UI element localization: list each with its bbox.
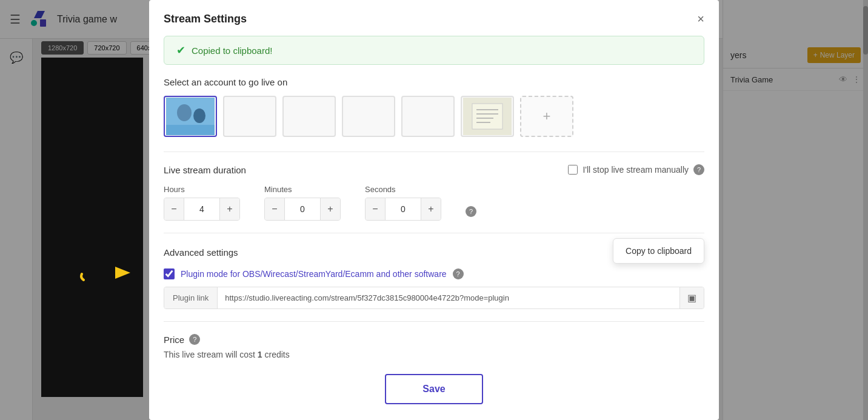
stream-settings-modal: Stream Settings × ✔ Copied to clipboard!…: [149, 0, 719, 420]
duration-title: Live stream duration: [164, 165, 246, 175]
seconds-increment-button[interactable]: +: [421, 198, 441, 220]
modal-title: Stream Settings: [164, 13, 247, 25]
seconds-spinner: − +: [365, 198, 441, 221]
plugin-help-icon[interactable]: ?: [453, 268, 464, 279]
minutes-spinner: − +: [264, 198, 341, 221]
minutes-label: Minutes: [264, 185, 341, 194]
seconds-field: Seconds − +: [365, 185, 441, 221]
plus-add-icon: +: [543, 108, 551, 124]
copy-to-clipboard-tooltip: Copy to clipboard: [613, 238, 704, 264]
minutes-field: Minutes − +: [264, 185, 341, 221]
duration-help: ?: [466, 206, 476, 217]
plugin-mode-checkbox[interactable]: [164, 268, 175, 279]
account-image-1: [166, 98, 215, 135]
plugin-link-row: Plugin link https://studio.livereacting.…: [164, 287, 704, 309]
seconds-label: Seconds: [365, 185, 441, 194]
divider-2: [164, 233, 704, 233]
svg-rect-6: [166, 125, 215, 135]
plugin-link-value: https://studio.livereacting.com/stream/5…: [218, 287, 679, 308]
plugin-mode-label[interactable]: Plugin mode for OBS/Wirecast/StreamYard/…: [181, 269, 447, 279]
manual-stop-help-icon[interactable]: ?: [693, 164, 704, 175]
account-thumb-1[interactable]: [164, 96, 217, 137]
svg-point-4: [177, 104, 192, 121]
arrow-annotation: [79, 261, 133, 287]
svg-rect-8: [472, 104, 502, 129]
toast-text: Copied to clipboard!: [192, 45, 272, 56]
svg-marker-13: [115, 267, 130, 279]
hours-decrement-button[interactable]: −: [164, 198, 184, 220]
plugin-mode-row: Plugin mode for OBS/Wirecast/StreamYard/…: [164, 268, 704, 279]
plugin-copy-button[interactable]: ▣: [679, 287, 704, 308]
minutes-decrement-button[interactable]: −: [265, 198, 284, 220]
seconds-decrement-button[interactable]: −: [366, 198, 385, 220]
price-section: Price ? This live stream will cost 1 cre…: [164, 334, 704, 359]
price-credits-unit: credits: [265, 350, 290, 359]
price-description: This live stream will cost 1 credits: [164, 350, 704, 359]
account-thumb-3[interactable]: [282, 96, 336, 137]
copy-tooltip-text: Copy to clipboard: [626, 246, 692, 256]
minutes-input[interactable]: [284, 198, 321, 220]
accounts-row: +: [164, 96, 704, 137]
duration-inputs: Hours − + Minutes − + Seconds − +: [164, 185, 704, 221]
account-thumb-4[interactable]: [342, 96, 395, 137]
svg-point-5: [193, 108, 205, 123]
account-image-6: [463, 98, 512, 135]
price-desc-text: This live stream will cost: [164, 350, 255, 359]
price-title: Price: [164, 335, 184, 345]
account-thumb-5[interactable]: [401, 96, 455, 137]
seconds-input[interactable]: [385, 198, 421, 220]
hours-spinner: − +: [164, 198, 240, 221]
arrow-svg: [79, 261, 133, 285]
hours-input[interactable]: [184, 198, 220, 220]
manual-stop-row: I'll stop live stream manually ?: [568, 164, 704, 175]
check-circle-icon: ✔: [176, 44, 185, 57]
copy-icon: ▣: [687, 292, 696, 304]
divider-3: [164, 321, 704, 322]
price-header: Price ?: [164, 334, 704, 345]
modal-close-button[interactable]: ×: [697, 12, 704, 26]
select-account-label: Select an account to go live on: [164, 77, 704, 87]
add-account-button[interactable]: +: [520, 96, 573, 137]
manual-stop-checkbox[interactable]: [568, 165, 578, 175]
hours-field: Hours − +: [164, 185, 240, 221]
account-thumb-6[interactable]: [461, 96, 514, 137]
divider-1: [164, 152, 704, 152]
duration-header: Live stream duration I'll stop live stre…: [164, 164, 704, 175]
hours-increment-button[interactable]: +: [220, 198, 239, 220]
duration-help-icon[interactable]: ?: [466, 206, 476, 217]
price-credits-value: 1: [258, 350, 262, 359]
advanced-title: Advanced settings: [164, 247, 238, 258]
plugin-link-label: Plugin link: [164, 287, 218, 308]
account-thumb-2[interactable]: [223, 96, 276, 137]
success-toast: ✔ Copied to clipboard!: [164, 36, 704, 65]
price-help-icon[interactable]: ?: [189, 334, 200, 345]
minutes-increment-button[interactable]: +: [321, 198, 340, 220]
hours-label: Hours: [164, 185, 240, 194]
manual-stop-label: I'll stop live stream manually: [583, 165, 689, 175]
save-button[interactable]: Save: [385, 374, 482, 404]
modal-header: Stream Settings ×: [164, 12, 704, 26]
